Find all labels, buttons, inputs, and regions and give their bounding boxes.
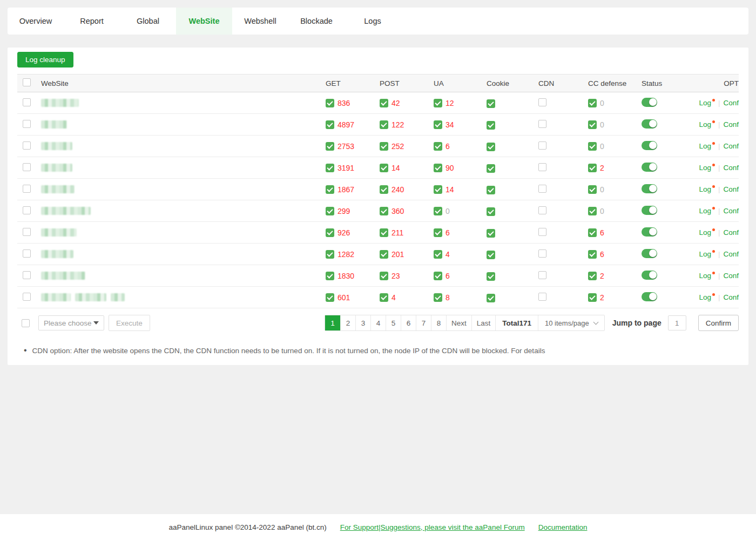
row-checkbox[interactable] bbox=[23, 98, 31, 106]
page-button-2[interactable]: 2 bbox=[340, 315, 355, 330]
post-check-icon[interactable] bbox=[380, 207, 388, 215]
cdn-checkbox[interactable] bbox=[538, 120, 546, 128]
log-link[interactable]: Log bbox=[699, 120, 715, 129]
status-toggle[interactable] bbox=[642, 206, 657, 215]
conf-link[interactable]: Conf bbox=[723, 250, 739, 258]
page-button-1[interactable]: 1 bbox=[325, 315, 340, 330]
conf-link[interactable]: Conf bbox=[723, 228, 739, 237]
cdn-checkbox[interactable] bbox=[538, 228, 546, 236]
tab-logs[interactable]: Logs bbox=[345, 8, 401, 35]
tab-webshell[interactable]: Webshell bbox=[232, 8, 288, 35]
cdn-checkbox[interactable] bbox=[538, 141, 546, 150]
bulk-select-checkbox[interactable] bbox=[22, 319, 30, 327]
get-check-icon[interactable] bbox=[326, 120, 334, 129]
post-check-icon[interactable] bbox=[380, 99, 388, 107]
ua-check-icon[interactable] bbox=[434, 207, 442, 215]
post-check-icon[interactable] bbox=[380, 164, 388, 172]
documentation-link[interactable]: Documentation bbox=[538, 523, 588, 531]
conf-link[interactable]: Conf bbox=[723, 120, 739, 129]
next-button[interactable]: Next bbox=[446, 315, 471, 330]
ua-check-icon[interactable] bbox=[434, 228, 442, 237]
conf-link[interactable]: Conf bbox=[723, 272, 739, 280]
tab-report[interactable]: Report bbox=[64, 8, 120, 35]
cc-check-icon[interactable] bbox=[588, 293, 597, 302]
log-cleanup-button[interactable]: Log cleanup bbox=[17, 52, 73, 68]
row-checkbox[interactable] bbox=[23, 293, 31, 301]
get-check-icon[interactable] bbox=[326, 250, 334, 259]
ua-check-icon[interactable] bbox=[434, 120, 442, 129]
page-button-3[interactable]: 3 bbox=[355, 315, 370, 330]
get-check-icon[interactable] bbox=[326, 164, 334, 172]
ua-check-icon[interactable] bbox=[434, 185, 442, 194]
cdn-checkbox[interactable] bbox=[538, 293, 546, 301]
log-link[interactable]: Log bbox=[699, 207, 715, 215]
cdn-checkbox[interactable] bbox=[538, 98, 546, 106]
cookie-check-icon[interactable] bbox=[487, 207, 495, 216]
post-check-icon[interactable] bbox=[380, 272, 388, 280]
cookie-check-icon[interactable] bbox=[487, 294, 495, 302]
get-check-icon[interactable] bbox=[326, 142, 334, 151]
cc-check-icon[interactable] bbox=[588, 185, 597, 194]
cc-check-icon[interactable] bbox=[588, 250, 597, 259]
conf-link[interactable]: Conf bbox=[723, 99, 739, 107]
ua-check-icon[interactable] bbox=[434, 164, 442, 172]
status-toggle[interactable] bbox=[642, 184, 657, 193]
row-checkbox[interactable] bbox=[23, 141, 31, 150]
log-link[interactable]: Log bbox=[699, 228, 715, 237]
cookie-check-icon[interactable] bbox=[487, 164, 495, 173]
page-button-6[interactable]: 6 bbox=[401, 315, 416, 330]
log-link[interactable]: Log bbox=[699, 142, 715, 150]
get-check-icon[interactable] bbox=[326, 99, 334, 107]
log-link[interactable]: Log bbox=[699, 164, 715, 172]
cdn-checkbox[interactable] bbox=[538, 206, 546, 214]
cc-check-icon[interactable] bbox=[588, 207, 597, 215]
log-link[interactable]: Log bbox=[699, 272, 715, 280]
cdn-checkbox[interactable] bbox=[538, 185, 546, 193]
ua-check-icon[interactable] bbox=[434, 99, 442, 107]
cookie-check-icon[interactable] bbox=[487, 143, 495, 151]
last-button[interactable]: Last bbox=[471, 315, 496, 330]
status-toggle[interactable] bbox=[642, 227, 657, 237]
cookie-check-icon[interactable] bbox=[487, 229, 495, 238]
cdn-checkbox[interactable] bbox=[538, 163, 546, 171]
row-checkbox[interactable] bbox=[23, 249, 31, 258]
status-toggle[interactable] bbox=[642, 98, 657, 107]
conf-link[interactable]: Conf bbox=[723, 142, 739, 150]
cc-check-icon[interactable] bbox=[588, 99, 597, 107]
jump-to-page-input[interactable] bbox=[668, 315, 686, 330]
get-check-icon[interactable] bbox=[326, 185, 334, 194]
row-checkbox[interactable] bbox=[23, 163, 31, 171]
select-all-checkbox[interactable] bbox=[23, 78, 31, 86]
cookie-check-icon[interactable] bbox=[487, 251, 495, 259]
page-button-5[interactable]: 5 bbox=[386, 315, 401, 330]
tab-website[interactable]: WebSite bbox=[176, 8, 232, 35]
tab-global[interactable]: Global bbox=[120, 8, 176, 35]
confirm-button[interactable]: Confirm bbox=[698, 315, 739, 331]
tab-overview[interactable]: Overview bbox=[8, 8, 64, 35]
items-per-page-select[interactable]: 10 items/page bbox=[538, 315, 604, 330]
cookie-check-icon[interactable] bbox=[487, 186, 495, 194]
post-check-icon[interactable] bbox=[380, 293, 388, 302]
post-check-icon[interactable] bbox=[380, 228, 388, 237]
post-check-icon[interactable] bbox=[380, 142, 388, 151]
status-toggle[interactable] bbox=[642, 163, 657, 172]
page-button-4[interactable]: 4 bbox=[370, 315, 386, 330]
forum-link[interactable]: For Support|Suggestions, please visit th… bbox=[340, 523, 525, 531]
cc-check-icon[interactable] bbox=[588, 120, 597, 129]
row-checkbox[interactable] bbox=[23, 206, 31, 214]
conf-link[interactable]: Conf bbox=[723, 207, 739, 215]
post-check-icon[interactable] bbox=[380, 185, 388, 194]
conf-link[interactable]: Conf bbox=[723, 293, 739, 301]
ua-check-icon[interactable] bbox=[434, 293, 442, 302]
log-link[interactable]: Log bbox=[699, 185, 715, 193]
ua-check-icon[interactable] bbox=[434, 142, 442, 151]
get-check-icon[interactable] bbox=[326, 293, 334, 302]
conf-link[interactable]: Conf bbox=[723, 164, 739, 172]
execute-button[interactable]: Execute bbox=[109, 315, 150, 331]
row-checkbox[interactable] bbox=[23, 185, 31, 193]
get-check-icon[interactable] bbox=[326, 272, 334, 280]
cdn-checkbox[interactable] bbox=[538, 271, 546, 279]
get-check-icon[interactable] bbox=[326, 228, 334, 237]
ua-check-icon[interactable] bbox=[434, 272, 442, 280]
cookie-check-icon[interactable] bbox=[487, 121, 495, 130]
